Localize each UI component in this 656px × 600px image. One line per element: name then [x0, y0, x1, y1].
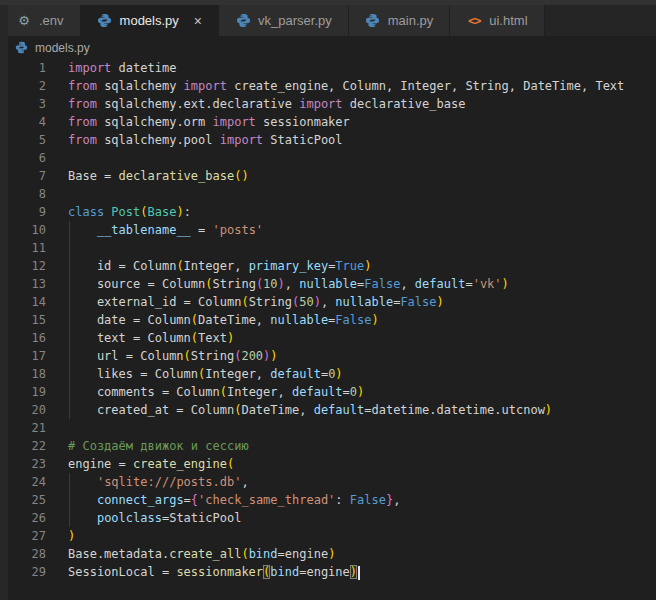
code-line[interactable]: 6 [0, 149, 656, 167]
code-text: source = Column(String(10), nullable=Fal… [46, 275, 509, 293]
code-line[interactable]: 4from sqlalchemy.orm import sessionmaker [0, 113, 656, 131]
code-text [46, 419, 68, 437]
tab-label: vk_parser.py [258, 13, 332, 28]
code-line[interactable]: 16 text = Column(Text) [0, 329, 656, 347]
code-line[interactable]: 7Base = declarative_base() [0, 167, 656, 185]
code-line[interactable]: 2from sqlalchemy import create_engine, C… [0, 77, 656, 95]
code-text [46, 149, 68, 167]
code-text: __tablename__ = 'posts' [46, 221, 263, 239]
code-text: 'sqlite:///posts.db', [46, 473, 249, 491]
code-line[interactable]: 27) [0, 527, 656, 545]
code-text: connect_args={'check_same_thread': False… [46, 491, 400, 509]
code-line[interactable]: 14 external_id = Column(String(50), null… [0, 293, 656, 311]
code-line[interactable]: 20 created_at = Column(DateTime, default… [0, 401, 656, 419]
breadcrumb-file-label: models.py [35, 41, 90, 55]
code-line[interactable]: 26 poolclass=StaticPool [0, 509, 656, 527]
code-line[interactable]: 5from sqlalchemy.pool import StaticPool [0, 131, 656, 149]
python-icon [235, 13, 251, 29]
code-text [46, 185, 68, 203]
tab-ui-html[interactable]: <> ui.html [450, 5, 544, 36]
code-text: # Создаём движок и сессию [46, 437, 249, 455]
code-line[interactable]: 10 __tablename__ = 'posts' [0, 221, 656, 239]
code-line[interactable]: 1import datetime [0, 59, 656, 77]
code-line[interactable]: 19 comments = Column(Integer, default=0) [0, 383, 656, 401]
code-text: from sqlalchemy.pool import StaticPool [46, 131, 343, 149]
code-text: class Post(Base): [46, 203, 191, 221]
python-icon [365, 13, 381, 29]
code-lines: 1import datetime2from sqlalchemy import … [0, 59, 656, 581]
code-line[interactable]: 17 url = Column(String(200)) [0, 347, 656, 365]
code-text: date = Column(DateTime, nullable=False) [46, 311, 379, 329]
code-text: engine = create_engine( [46, 455, 234, 473]
text-cursor [358, 566, 360, 580]
tab-label: ui.html [489, 13, 527, 28]
close-icon[interactable]: × [194, 14, 202, 28]
code-text: likes = Column(Integer, default=0) [46, 365, 343, 383]
code-line[interactable]: 9class Post(Base): [0, 203, 656, 221]
code-line[interactable]: 23engine = create_engine( [0, 455, 656, 473]
tab-label: main.py [388, 13, 434, 28]
code-text: comments = Column(Integer, default=0) [46, 383, 364, 401]
code-line[interactable]: 28Base.metadata.create_all(bind=engine) [0, 545, 656, 563]
tab-main-py[interactable]: main.py [349, 5, 451, 36]
code-text: from sqlalchemy.ext.declarative import d… [46, 95, 465, 113]
tab-env[interactable]: ⚙ .env [0, 5, 81, 36]
code-text: Base.metadata.create_all(bind=engine) [46, 545, 335, 563]
code-line[interactable]: 21 [0, 419, 656, 437]
code-line[interactable]: 29SessionLocal = sessionmaker(bind=engin… [0, 563, 656, 581]
html-icon: <> [466, 13, 482, 29]
code-line[interactable]: 22# Создаём движок и сессию [0, 437, 656, 455]
code-line[interactable]: 15 date = Column(DateTime, nullable=Fals… [0, 311, 656, 329]
code-text: text = Column(Text) [46, 329, 234, 347]
tab-label: .env [39, 13, 64, 28]
code-text: from sqlalchemy import create_engine, Co… [46, 77, 624, 95]
code-text: Base = declarative_base() [46, 167, 249, 185]
breadcrumb[interactable]: models.py [0, 36, 656, 59]
tab-models-py[interactable]: models.py × [81, 5, 219, 36]
code-text [46, 239, 68, 257]
code-editor[interactable]: 1import datetime2from sqlalchemy import … [0, 59, 656, 581]
code-text: SessionLocal = sessionmaker(bind=engine) [46, 563, 360, 581]
code-text: ) [46, 527, 75, 545]
editor-tab-bar: ⚙ .env models.py × vk_parser.py main.py … [0, 5, 656, 36]
python-icon [13, 40, 29, 56]
python-icon [97, 13, 113, 29]
tab-label: models.py [120, 13, 179, 28]
code-line[interactable]: 11 [0, 239, 656, 257]
code-line[interactable]: 13 source = Column(String(10), nullable=… [0, 275, 656, 293]
code-text: created_at = Column(DateTime, default=da… [46, 401, 552, 419]
code-line[interactable]: 8 [0, 185, 656, 203]
code-line[interactable]: 3from sqlalchemy.ext.declarative import … [0, 95, 656, 113]
code-text: url = Column(String(200)) [46, 347, 278, 365]
tab-vk-parser-py[interactable]: vk_parser.py [219, 5, 349, 36]
code-text: poolclass=StaticPool [46, 509, 241, 527]
code-line[interactable]: 12 id = Column(Integer, primary_key=True… [0, 257, 656, 275]
code-line[interactable]: 24 'sqlite:///posts.db', [0, 473, 656, 491]
gear-icon: ⚙ [16, 13, 32, 29]
code-text: id = Column(Integer, primary_key=True) [46, 257, 372, 275]
code-text: from sqlalchemy.orm import sessionmaker [46, 113, 350, 131]
code-line[interactable]: 18 likes = Column(Integer, default=0) [0, 365, 656, 383]
code-text: external_id = Column(String(50), nullabl… [46, 293, 444, 311]
editor-left-strip [0, 5, 8, 600]
code-line[interactable]: 25 connect_args={'check_same_thread': Fa… [0, 491, 656, 509]
code-text: import datetime [46, 59, 176, 77]
